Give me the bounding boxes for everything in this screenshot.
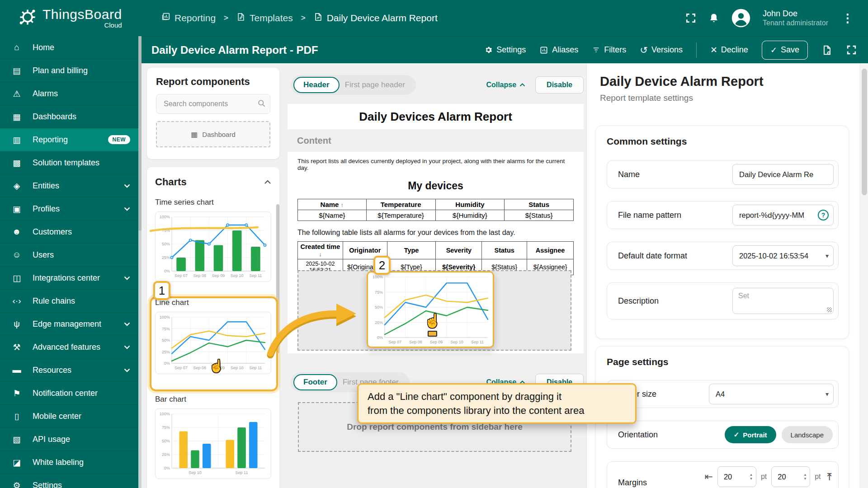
margin-top-icon: ⇤ [824, 473, 835, 481]
name-field[interactable] [739, 170, 829, 179]
sidebar-scrollbar[interactable] [138, 36, 142, 488]
sidebar-item-resources[interactable]: ▬Resources [0, 359, 138, 382]
sidebar-item-reporting[interactable]: ▥ReportingNEW [0, 128, 138, 151]
sidebar-item-plan-and-billing[interactable]: ▤Plan and billing [0, 59, 138, 82]
chevron-up-icon[interactable] [264, 178, 271, 186]
margin-top-stepper[interactable]: 20 ▴▾ [771, 466, 810, 487]
margin-left-stepper[interactable]: 20 ▴▾ [717, 466, 756, 487]
components-panel-scrollbar[interactable] [276, 204, 279, 353]
line-chart-label: Line chart [155, 298, 271, 307]
window-scrollbar[interactable] [860, 63, 868, 488]
breadcrumb-item-daily-device-alarm-report[interactable]: Daily Device Alarm Report [314, 12, 438, 24]
search-components-box[interactable] [156, 94, 270, 114]
svg-text:0%: 0% [164, 361, 170, 366]
landscape-chip[interactable]: Landscape [782, 426, 833, 443]
sidebar-item-profiles[interactable]: ▣Profiles [0, 197, 138, 221]
table-cell: ${Name} [298, 210, 367, 221]
settings-panel-title: Daily Device Alarm Report [600, 74, 764, 89]
drag-copy-indicator [428, 331, 437, 337]
file-name-pattern-field[interactable] [739, 211, 816, 220]
sidebar-item-rule-chains[interactable]: ‹·›Rule chains [0, 290, 138, 313]
table-header[interactable]: Created time ↓ [298, 242, 343, 259]
portrait-chip[interactable]: ✓ Portrait [725, 426, 776, 443]
sidebar-item-api-usage[interactable]: ▧API usage [0, 428, 138, 451]
bar-chart-thumbnail[interactable]: 0%25%50%75%100%Sep 10Sep 11 [155, 408, 271, 479]
table-header[interactable]: Status [482, 242, 527, 259]
table-header[interactable]: Temperature [366, 199, 435, 210]
sidebar-item-entities[interactable]: ◈Entities [0, 174, 138, 197]
sidebar-item-integrations-center[interactable]: ◫Integrations center [0, 267, 138, 290]
drag-cursor-icon: ☝ [424, 313, 441, 328]
table-header[interactable]: Name ↑ [298, 199, 367, 210]
sidebar-item-users[interactable]: ☺Users [0, 244, 138, 267]
expand-fullscreen-icon[interactable] [846, 44, 857, 56]
svg-text:Sep 10: Sep 10 [450, 340, 463, 344]
table-header[interactable]: Humidity [435, 199, 505, 210]
tab-footer[interactable]: Footer [293, 374, 337, 390]
resources-icon: ▬ [11, 365, 23, 375]
report-page-header[interactable]: Daily Devices Alarm Report [288, 104, 584, 129]
export-pdf-icon[interactable] [821, 44, 832, 56]
table-header[interactable]: Status [505, 199, 574, 210]
check-icon: ✓ [734, 431, 740, 439]
filters-button[interactable]: Filters [592, 45, 626, 55]
svg-text:Sep 10: Sep 10 [231, 366, 244, 370]
home-icon: ⌂ [11, 42, 23, 52]
sidebar-item-alarms[interactable]: ⚠Alarms [0, 82, 138, 105]
margin-left-icon: ⇤ [704, 471, 712, 483]
new-badge: NEW [108, 135, 131, 144]
svg-text:Sep 08: Sep 08 [193, 273, 207, 278]
decrement-icon[interactable]: ▾ [804, 477, 807, 481]
help-icon[interactable]: ? [818, 210, 829, 221]
svg-text:50%: 50% [162, 338, 170, 343]
aliases-button[interactable]: Aliases [539, 45, 578, 55]
sidebar-item-edge-management[interactable]: ψEdge management [0, 313, 138, 336]
breadcrumb-item-reporting[interactable]: Reporting [161, 12, 216, 24]
sidebar-item-dashboards[interactable]: ▦Dashboards [0, 105, 138, 128]
save-button[interactable]: ✓ Save [762, 41, 808, 60]
paper-size-select[interactable]: ▾ [709, 384, 834, 404]
users-icon: ☺ [11, 250, 23, 260]
svg-text:100%: 100% [160, 215, 170, 219]
versions-button[interactable]: ↺ Versions [640, 45, 683, 56]
sidebar-item-white-labeling[interactable]: ◪White labeling [0, 451, 138, 474]
header-disable-button[interactable]: Disable [535, 76, 584, 94]
components-panel-title: Report components [156, 76, 270, 88]
tab-first-page-header[interactable]: First page header [340, 80, 413, 89]
sidebar-item-notification-center[interactable]: ⚑Notification center [0, 382, 138, 405]
avatar[interactable] [731, 8, 751, 28]
time-series-chart-thumbnail[interactable]: 0%25%50%75%100%Sep 07Sep 08Sep 09Sep 10S… [155, 211, 271, 282]
notifications-bell-icon[interactable] [708, 12, 719, 24]
sidebar-item-home[interactable]: ⌂Home [0, 36, 138, 59]
thingsboard-logo[interactable]: ThingsBoard Cloud [0, 7, 136, 29]
svg-text:25%: 25% [375, 320, 383, 325]
fullscreen-icon[interactable] [685, 12, 697, 24]
breadcrumb-separator: > [301, 14, 306, 23]
tab-header[interactable]: Header [293, 77, 340, 93]
table-header[interactable]: Type [387, 242, 436, 259]
description-field[interactable]: Set [732, 288, 834, 314]
decline-button[interactable]: ✕ Decline [710, 45, 748, 55]
dashboard-component-item[interactable]: ▦ Dashboard [156, 121, 270, 147]
table-header[interactable]: Severity [436, 242, 482, 259]
sidebar-item-advanced-features[interactable]: ⚒Advanced features [0, 336, 138, 359]
sidebar-item-solution-templates[interactable]: ▩Solution templates [0, 151, 138, 174]
user-info[interactable]: John Doe Tenant administrator [763, 9, 828, 28]
alarms-icon: ⚠ [11, 89, 23, 99]
sidebar-item-mobile-center[interactable]: ▯Mobile center [0, 405, 138, 428]
top-bar: ThingsBoard Cloud Reporting>Templates>Da… [0, 0, 868, 36]
sidebar-item-customers[interactable]: ☻Customers [0, 221, 138, 244]
profiles-icon: ▣ [11, 204, 23, 214]
header-collapse-button[interactable]: Collapse [486, 81, 525, 89]
search-components-input[interactable] [164, 100, 257, 108]
breadcrumb-item-templates[interactable]: Templates [236, 12, 293, 24]
devices-table: Name ↑TemperatureHumidityStatus${Name}${… [297, 199, 574, 221]
decrement-icon[interactable]: ▾ [750, 477, 752, 481]
resize-handle-icon[interactable] [827, 307, 832, 312]
default-date-format-row: Default date format ▾ [607, 242, 839, 270]
table-header[interactable]: Assignee [527, 242, 574, 259]
sidebar-item-settings[interactable]: ⚙Settings [0, 474, 138, 488]
more-menu-icon[interactable]: ⋮ [840, 11, 855, 25]
settings-button[interactable]: Settings [484, 45, 526, 55]
date-format-select[interactable]: ▾ [732, 245, 834, 266]
